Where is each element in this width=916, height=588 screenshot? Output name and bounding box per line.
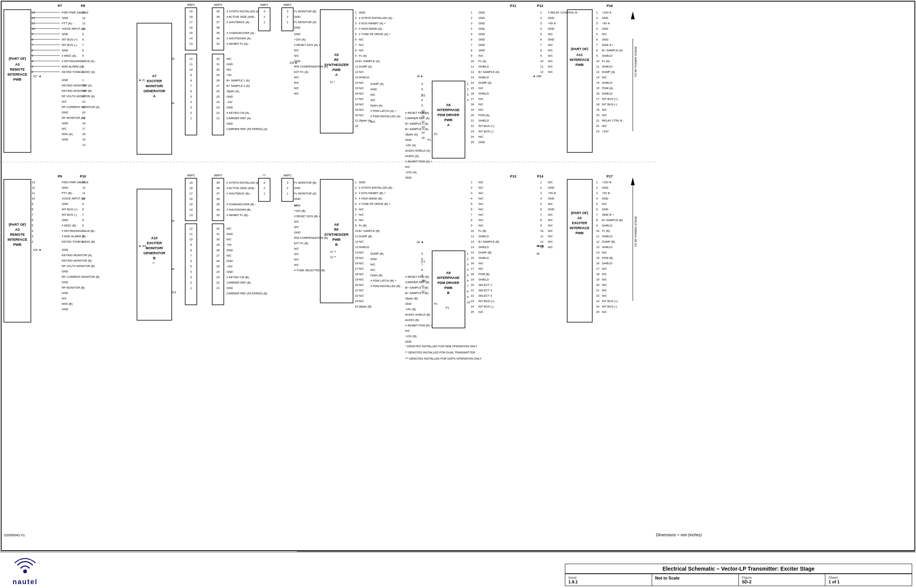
svg-text:INT BUS (+): INT BUS (+) bbox=[478, 299, 494, 303]
svg-text:J8 ◄: J8 ◄ bbox=[417, 240, 423, 244]
svg-text:INT BUS (+): INT BUS (+) bbox=[602, 97, 618, 101]
svg-text:7: 7 bbox=[355, 43, 357, 47]
svg-text:# INHIBIT Fc (A) -: # INHIBIT Fc (A) - bbox=[226, 42, 250, 46]
svg-text:# ACTIVE SIDE (A/B) -: # ACTIVE SIDE (A/B) - bbox=[226, 186, 256, 190]
svg-text:11: 11 bbox=[471, 235, 474, 238]
svg-text:1: 1 bbox=[471, 181, 472, 184]
svg-text:GND: GND bbox=[62, 291, 68, 295]
svg-text:6: 6 bbox=[596, 38, 598, 41]
svg-text:19: 19 bbox=[471, 278, 474, 281]
svg-text:10: 10 bbox=[355, 59, 358, 63]
svg-text:14: 14 bbox=[355, 251, 358, 254]
svg-text:J8: J8 bbox=[536, 252, 539, 255]
svg-text:GND: GND bbox=[62, 280, 68, 284]
svg-text:5: 5 bbox=[355, 32, 357, 36]
svg-text:14: 14 bbox=[596, 251, 599, 254]
svg-text:N/C: N/C bbox=[548, 43, 553, 47]
svg-text:N/C: N/C bbox=[405, 329, 411, 333]
svg-text:12: 12 bbox=[82, 186, 85, 189]
svg-text:REMOTE: REMOTE bbox=[10, 233, 25, 237]
svg-text:N/C: N/C bbox=[478, 202, 484, 206]
svg-text:9: 9 bbox=[355, 224, 357, 227]
svg-text:N/C: N/C bbox=[359, 262, 364, 265]
svg-text:# CHANGEOVER (B) -: # CHANGEOVER (B) - bbox=[226, 203, 256, 206]
svg-text:AUDIO SHIELD (B): AUDIO SHIELD (B) bbox=[405, 313, 431, 316]
svg-text:N/C: N/C bbox=[548, 65, 553, 68]
svg-text:INT BUS (-): INT BUS (-) bbox=[602, 103, 617, 106]
svg-text:12: 12 bbox=[471, 70, 474, 74]
svg-text:22: 22 bbox=[471, 294, 474, 297]
svg-text:# MISC (B) -: # MISC (B) - bbox=[62, 224, 78, 227]
svg-text:W6P3: W6P3 bbox=[214, 174, 222, 177]
svg-text:PWB: PWB bbox=[576, 63, 584, 67]
svg-text:25: 25 bbox=[596, 310, 599, 314]
svg-text:27: 27 bbox=[216, 254, 220, 257]
svg-text:2: 2 bbox=[82, 70, 84, 74]
svg-text:8: 8 bbox=[471, 49, 472, 52]
svg-text:13: 13 bbox=[189, 213, 193, 217]
svg-text:PTT (B) -: PTT (B) - bbox=[62, 191, 74, 195]
svg-text:CARRIER REF (FILTERED) (A): CARRIER REF (FILTERED) (A) bbox=[226, 127, 267, 131]
svg-text:26: 26 bbox=[216, 259, 220, 263]
svg-text:N/C: N/C bbox=[478, 186, 484, 189]
svg-text:11: 11 bbox=[32, 22, 35, 25]
svg-text:7: 7 bbox=[471, 43, 472, 47]
issue-label: Issue bbox=[568, 576, 649, 580]
svg-text:# SYNTH INSTALLED (B) -: # SYNTH INSTALLED (B) - bbox=[359, 186, 394, 189]
svg-text:4: 4 bbox=[471, 197, 472, 200]
svg-text:GND: GND bbox=[226, 95, 233, 98]
svg-text:N/C: N/C bbox=[548, 54, 553, 57]
svg-text:SHIELD: SHIELD bbox=[478, 245, 489, 249]
svg-text:GND: GND bbox=[62, 248, 68, 252]
svg-text:SHIELD: SHIELD bbox=[478, 119, 489, 122]
svg-text:N/C: N/C bbox=[548, 224, 553, 227]
svg-text:4: 4 bbox=[467, 98, 468, 102]
svg-text:J11: J11 bbox=[421, 279, 426, 282]
svg-text:J4: J4 bbox=[171, 101, 174, 105]
svg-text:SHIELD: SHIELD bbox=[602, 245, 613, 249]
svg-text:9: 9 bbox=[190, 243, 192, 247]
svg-text:A3: A3 bbox=[15, 63, 20, 66]
svg-text:5: 5 bbox=[82, 54, 84, 57]
svg-text:+5V: +5V bbox=[226, 243, 232, 247]
svg-text:N/C: N/C bbox=[602, 267, 607, 270]
svg-text:RF VOLTS MONITOR (B): RF VOLTS MONITOR (B) bbox=[62, 264, 95, 268]
svg-text:N/C: N/C bbox=[478, 86, 484, 90]
svg-text:20: 20 bbox=[355, 283, 358, 287]
svg-text:N/C: N/C bbox=[478, 310, 484, 314]
svg-text:P11: P11 bbox=[510, 4, 516, 8]
svg-text:14: 14 bbox=[471, 251, 474, 254]
svg-marker-413 bbox=[631, 12, 635, 19]
svg-text:J11: J11 bbox=[421, 260, 425, 263]
svg-text:20: 20 bbox=[471, 113, 474, 117]
svg-text:30: 30 bbox=[216, 238, 220, 241]
svg-text:B+ SAMPLE (B): B+ SAMPLE (B) bbox=[602, 218, 623, 222]
svg-text:8: 8 bbox=[190, 79, 192, 82]
svg-text:* DENOTES INSTALLED FOR NDB OP: * DENOTES INSTALLED FOR NDB OPERATION ON… bbox=[405, 345, 477, 348]
svg-text:10: 10 bbox=[596, 59, 599, 63]
svg-text:9: 9 bbox=[82, 32, 84, 36]
svg-text:N/C: N/C bbox=[478, 208, 484, 211]
svg-text:INTERFACE: INTERFACE bbox=[570, 58, 589, 62]
svg-text:RF CURRENT MONITOR (A): RF CURRENT MONITOR (A) bbox=[62, 105, 100, 109]
svg-text:B+ SAMPLE 1 (A): B+ SAMPLE 1 (A) bbox=[405, 122, 429, 125]
svg-text:SIDE B +: SIDE B + bbox=[602, 213, 614, 216]
svg-text:B+ SAMPLE 2 (B): B+ SAMPLE 2 (B) bbox=[405, 291, 429, 295]
svg-text:5: 5 bbox=[467, 274, 468, 277]
svg-text:B+ SAMPLE (A): B+ SAMPLE (A) bbox=[359, 59, 380, 63]
svg-text:INTERFACE: INTERFACE bbox=[570, 226, 589, 230]
svg-text:# HIGH BAND (B) -: # HIGH BAND (B) - bbox=[359, 197, 384, 200]
svg-text:VOICE INPUT (A): VOICE INPUT (A) bbox=[62, 27, 85, 30]
svg-text:J1  **: J1 ** bbox=[330, 255, 336, 259]
svg-text:A7: A7 bbox=[152, 74, 157, 78]
svg-text:W6P2: W6P2 bbox=[187, 174, 195, 177]
svg-text:N/C: N/C bbox=[478, 191, 484, 195]
svg-text:# SHUTDOWN (A) -: # SHUTDOWN (A) - bbox=[226, 37, 253, 40]
svg-text:SHIELD: SHIELD bbox=[602, 65, 613, 68]
svg-text:21: 21 bbox=[596, 119, 599, 122]
svg-text:KEYING MONITOR (B): KEYING MONITOR (B) bbox=[62, 89, 92, 93]
svg-text:N/C: N/C bbox=[548, 70, 553, 74]
svg-text:29: 29 bbox=[216, 243, 220, 247]
svg-text:B+ SAMPLE 1 (B): B+ SAMPLE 1 (B) bbox=[405, 286, 429, 289]
svg-rect-84 bbox=[137, 23, 172, 154]
